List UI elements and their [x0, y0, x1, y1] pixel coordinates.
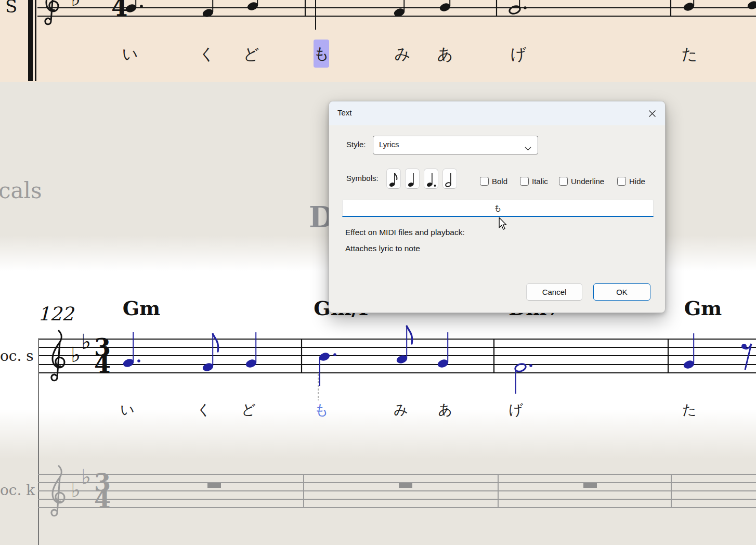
- staff-label-voc-k: oc. k: [0, 482, 35, 499]
- quarter-note-icon: [406, 170, 419, 188]
- lyric-syllable[interactable]: く: [192, 400, 215, 419]
- chord-symbol[interactable]: Gm: [105, 296, 178, 320]
- checkbox-label: Italic: [532, 177, 548, 186]
- lyric-syllable[interactable]: い: [119, 44, 141, 65]
- dialog-title: Text: [337, 108, 352, 117]
- lyric-syllable[interactable]: く: [195, 44, 218, 65]
- svg-text:♭: ♭: [81, 465, 91, 489]
- svg-text:4: 4: [94, 350, 111, 378]
- checkbox-label: Hide: [629, 177, 645, 186]
- style-dropdown[interactable]: Lyrics: [373, 136, 538, 154]
- measure-number: 122: [38, 303, 74, 325]
- lyric-syllable[interactable]: ど: [237, 400, 260, 419]
- checkbox-box-icon[interactable]: [480, 177, 489, 186]
- lyric-syllable[interactable]: げ: [507, 44, 530, 65]
- svg-text:4: 4: [94, 485, 111, 513]
- checkbox-box-icon[interactable]: [617, 177, 626, 186]
- staff-label-voc-s: oc. s: [0, 347, 34, 365]
- effect-text-line1: Effect on MIDI files and playback:: [345, 228, 465, 237]
- lyric-syllable[interactable]: あ: [434, 400, 457, 419]
- svg-text:♭: ♭: [71, 0, 81, 10]
- svg-text:♭: ♭: [71, 343, 81, 367]
- chord-symbol[interactable]: Gm: [667, 296, 739, 320]
- half-note-icon: [444, 170, 456, 188]
- app-screen: ♭♭4♭♭34♭♭34 S cals D 122 oc. s oc. k GmG…: [0, 0, 756, 545]
- lyric-syllable[interactable]: い: [116, 400, 139, 419]
- eighth-note-button[interactable]: [386, 168, 401, 189]
- dialog-title-bar[interactable]: Text: [329, 101, 665, 125]
- checkbox-box-icon[interactable]: [559, 177, 568, 186]
- checkbox-bold[interactable]: Bold: [480, 176, 507, 186]
- checkbox-label: Underline: [571, 177, 604, 186]
- quarter-note-button[interactable]: [405, 168, 420, 189]
- checkbox-underline[interactable]: Underline: [559, 176, 604, 186]
- symbols-label: Symbols:: [346, 174, 379, 183]
- svg-text:4: 4: [111, 0, 128, 21]
- vocals-partial-label: cals: [0, 178, 42, 203]
- half-note-button[interactable]: [442, 168, 457, 189]
- lyric-syllable[interactable]: ど: [240, 44, 263, 65]
- checkbox-italic[interactable]: Italic: [520, 176, 548, 186]
- svg-text:♭: ♭: [71, 478, 81, 502]
- lyric-syllable[interactable]: み: [389, 400, 412, 419]
- chevron-down-icon: [525, 144, 531, 152]
- checkbox-label: Bold: [492, 177, 507, 186]
- ok-button[interactable]: OK: [593, 283, 650, 301]
- dotted-quarter-note-icon: [425, 170, 437, 188]
- svg-text:♭: ♭: [81, 330, 91, 354]
- mouse-cursor-icon: [498, 217, 507, 232]
- style-dropdown-value: Lyrics: [379, 140, 399, 149]
- staff-label-s: S: [5, 0, 17, 17]
- style-label: Style:: [346, 140, 366, 149]
- cancel-button[interactable]: Cancel: [526, 283, 582, 301]
- lyric-syllable[interactable]: た: [678, 400, 701, 419]
- eighth-note-icon: [387, 170, 400, 188]
- lyric-syllable[interactable]: み: [391, 44, 414, 65]
- text-dialog: Text Style: Lyrics Symbols: BoldItalicUn…: [329, 101, 666, 313]
- checkbox-box-icon[interactable]: [520, 177, 529, 186]
- lyric-text-input[interactable]: [342, 200, 654, 217]
- lyric-syllable[interactable]: も: [314, 40, 329, 68]
- lyric-syllable[interactable]: げ: [504, 400, 527, 419]
- lyric-syllable[interactable]: も: [310, 400, 333, 419]
- checkbox-hide[interactable]: Hide: [617, 176, 645, 186]
- close-icon[interactable]: [646, 108, 658, 119]
- dotted-quarter-note-button[interactable]: [424, 168, 438, 189]
- lyric-syllable[interactable]: あ: [434, 44, 457, 65]
- effect-text-line2: Attaches lyric to note: [345, 244, 420, 253]
- lyric-syllable[interactable]: た: [678, 44, 701, 65]
